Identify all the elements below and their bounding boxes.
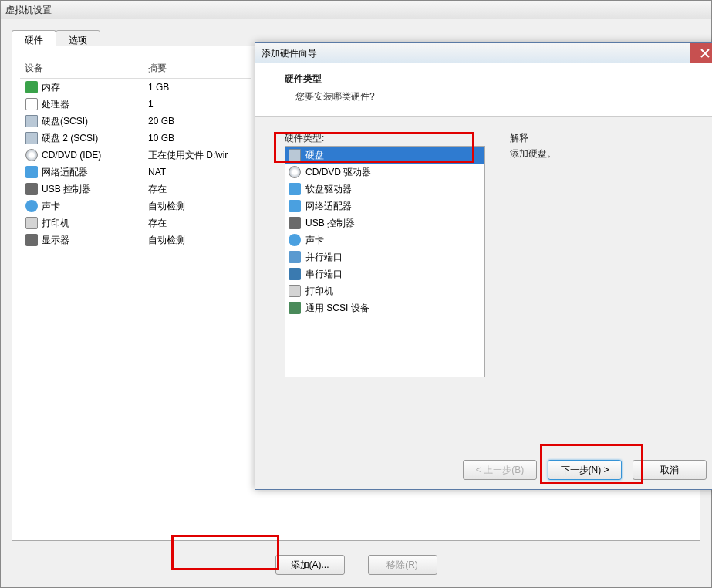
device-summary: 1 (143, 99, 251, 110)
fdd-icon (289, 183, 301, 195)
device-name: 网络适配器 (42, 166, 88, 179)
tab-hardware[interactable]: 硬件 (12, 30, 56, 51)
explain-label: 解释 (510, 132, 528, 145)
cd-icon (25, 148, 39, 162)
hw-item[interactable]: 并行端口 (285, 248, 484, 265)
device-name: 声卡 (42, 200, 60, 213)
next-button[interactable]: 下一步(N) > (548, 460, 622, 480)
device-name: CD/DVD (IDE) (42, 150, 101, 161)
sound-icon (289, 234, 301, 246)
memory-icon (25, 80, 39, 94)
device-row[interactable]: 内存1 GB (20, 79, 251, 96)
device-row[interactable]: 显示器自动检测 (20, 231, 251, 248)
hw-item-label: 打印机 (305, 285, 333, 298)
device-row[interactable]: CD/DVD (IDE)正在使用文件 D:\vir (20, 147, 251, 164)
device-summary: NAT (143, 167, 251, 177)
device-list-header: 设备 摘要 (20, 59, 251, 79)
hw-types-list[interactable]: 硬盘CD/DVD 驱动器软盘驱动器网络适配器USB 控制器声卡并行端口串行端口打… (285, 146, 485, 377)
display-icon (25, 233, 39, 247)
close-icon[interactable] (690, 43, 712, 63)
wizard-footer: < 上一步(B) 下一步(N) > 取消 (255, 460, 712, 480)
add-button[interactable]: 添加(A)... (275, 555, 345, 575)
add-hardware-wizard: 添加硬件向导 硬件类型 您要安装哪类硬件? 硬件类型: 硬盘CD/DVD 驱动器… (255, 42, 712, 490)
device-row[interactable]: 网络适配器NAT (20, 164, 251, 181)
hw-item-label: 硬盘 (305, 149, 324, 162)
hw-item[interactable]: 硬盘 (285, 147, 484, 164)
usb-icon (25, 182, 39, 196)
device-summary: 1 GB (143, 82, 251, 93)
cancel-button[interactable]: 取消 (633, 460, 707, 480)
remove-button[interactable]: 移除(R) (368, 555, 437, 575)
back-button[interactable]: < 上一步(B) (463, 460, 537, 480)
scsi-icon (289, 302, 301, 314)
printer-icon (25, 216, 39, 230)
hw-item[interactable]: 声卡 (285, 231, 484, 248)
hdd-icon (25, 114, 39, 128)
hw-types-label: 硬件类型: (285, 132, 324, 145)
wizard-header-title: 硬件类型 (285, 73, 704, 86)
par-icon (289, 251, 301, 263)
printer-icon (289, 285, 301, 297)
device-name: 处理器 (42, 98, 69, 111)
device-summary: 存在 (143, 217, 251, 230)
hw-item[interactable]: CD/DVD 驱动器 (285, 164, 484, 181)
device-name: 硬盘(SCSI) (42, 115, 88, 128)
cd-icon (289, 166, 301, 178)
hw-item-label: 声卡 (305, 234, 324, 247)
wizard-title-bar: 添加硬件向导 (255, 43, 712, 63)
ser-icon (289, 268, 301, 280)
device-row[interactable]: 硬盘 2 (SCSI)10 GB (20, 130, 251, 147)
hdd-icon (289, 149, 301, 161)
device-summary: 自动检测 (143, 200, 251, 213)
hw-item-label: 通用 SCSI 设备 (305, 302, 369, 315)
hdd-icon (25, 131, 39, 145)
usb-icon (289, 217, 301, 229)
hw-item[interactable]: 打印机 (285, 282, 484, 299)
cpu-icon (25, 97, 39, 111)
device-name: 硬盘 2 (SCSI) (42, 132, 98, 145)
device-row[interactable]: USB 控制器存在 (20, 181, 251, 198)
settings-title: 虚拟机设置 (1, 1, 711, 19)
col-summary: 摘要 (143, 59, 251, 78)
device-name: 显示器 (42, 234, 69, 247)
device-name: 内存 (42, 81, 60, 94)
device-summary: 10 GB (143, 133, 251, 144)
device-name: 打印机 (42, 217, 69, 230)
hw-item-label: USB 控制器 (305, 217, 355, 230)
device-row[interactable]: 处理器1 (20, 96, 251, 113)
device-name: USB 控制器 (42, 183, 91, 196)
device-summary: 正在使用文件 D:\vir (143, 149, 251, 162)
col-device: 设备 (20, 59, 143, 78)
net-icon (289, 200, 301, 212)
hw-item-label: 软盘驱动器 (305, 183, 352, 196)
device-row[interactable]: 声卡自动检测 (20, 198, 251, 215)
device-row[interactable]: 打印机存在 (20, 215, 251, 231)
device-summary: 20 GB (143, 116, 251, 127)
wizard-body: 硬件类型: 硬盘CD/DVD 驱动器软盘驱动器网络适配器USB 控制器声卡并行端… (255, 117, 712, 425)
wizard-header: 硬件类型 您要安装哪类硬件? (255, 63, 712, 117)
sound-icon (25, 199, 39, 213)
device-row[interactable]: 硬盘(SCSI)20 GB (20, 113, 251, 130)
hw-item[interactable]: 串行端口 (285, 265, 484, 282)
wizard-title: 添加硬件向导 (262, 48, 317, 59)
hw-item-label: 串行端口 (305, 268, 343, 281)
wizard-header-subtitle: 您要安装哪类硬件? (285, 90, 704, 103)
hw-item-label: 并行端口 (305, 251, 343, 264)
device-summary: 自动检测 (143, 234, 251, 247)
bottom-buttons: 添加(A)... 移除(R) (1, 555, 711, 575)
hw-item-label: CD/DVD 驱动器 (305, 166, 371, 179)
hw-item-label: 网络适配器 (305, 200, 352, 213)
hw-item[interactable]: 软盘驱动器 (285, 181, 484, 198)
net-icon (25, 165, 39, 179)
device-list: 设备 摘要 内存1 GB处理器1硬盘(SCSI)20 GB硬盘 2 (SCSI)… (20, 59, 251, 248)
hw-item[interactable]: USB 控制器 (285, 215, 484, 231)
explain-body: 添加硬盘。 (510, 147, 556, 161)
hw-item[interactable]: 网络适配器 (285, 198, 484, 215)
device-summary: 存在 (143, 183, 251, 196)
hw-item[interactable]: 通用 SCSI 设备 (285, 299, 484, 316)
